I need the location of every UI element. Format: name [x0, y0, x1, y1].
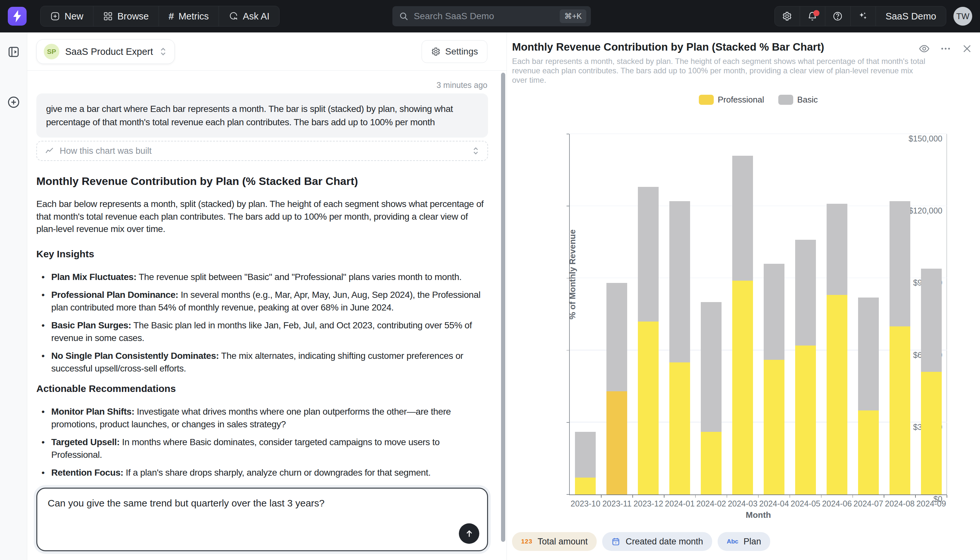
ask-ai-button[interactable]: Ask AI — [219, 6, 279, 26]
bar-segment-basic-2024-07[interactable] — [858, 298, 879, 410]
assistant-response: Monthly Revenue Contribution by Plan (% … — [37, 174, 488, 512]
bar-segment-basic-2024-03[interactable] — [732, 156, 753, 281]
x-axis-tick — [632, 495, 633, 498]
bar-segment-professional-2023-10[interactable] — [575, 478, 596, 495]
x-tick-label: 2024-09 — [917, 499, 946, 508]
insights-list: Plan Mix Fluctuates: The revenue split b… — [37, 271, 488, 375]
send-button[interactable] — [459, 523, 479, 544]
arrow-up-icon — [464, 528, 474, 539]
primary-nav: New Browse # Metrics Ask AI — [40, 6, 279, 27]
bar-segment-professional-2023-12[interactable] — [638, 322, 659, 495]
x-tick-label: 2024-03 — [728, 499, 757, 508]
tag-label: Total amount — [538, 537, 588, 547]
x-axis-tick — [915, 495, 916, 498]
x-tick-label: 2023-12 — [633, 499, 663, 508]
chart-plot: % of Monthly Revenue $0$30,000$60,000$90… — [570, 134, 947, 495]
help-button[interactable] — [826, 7, 850, 26]
field-tags: 123 Total amount Created date month Abc … — [512, 532, 770, 551]
chat-input[interactable]: Can you give the same trend but quarterl… — [37, 488, 488, 551]
new-button[interactable]: New — [40, 6, 93, 26]
more-options-button[interactable] — [940, 43, 952, 55]
close-panel-button[interactable] — [961, 43, 973, 55]
ai-sparkles-button[interactable] — [850, 7, 876, 26]
bar-segment-basic-2023-10[interactable] — [575, 432, 596, 478]
workspace-button[interactable]: SaaS Demo — [876, 7, 946, 26]
bullet-item: Targeted Upsell: In months where Basic d… — [37, 436, 488, 461]
lightning-bolt-icon — [12, 10, 22, 22]
help-circle-icon — [832, 11, 843, 22]
close-icon — [962, 43, 973, 54]
preview-eye-button[interactable] — [919, 43, 930, 55]
bar-segment-professional-2024-01[interactable] — [669, 362, 690, 495]
how-chart-built-toggle[interactable]: How this chart was built — [37, 141, 488, 161]
app-logo[interactable] — [8, 7, 27, 26]
bar-segment-professional-2024-06[interactable] — [827, 295, 847, 495]
plus-square-icon — [50, 12, 60, 21]
settings-nav-button[interactable] — [775, 7, 800, 26]
global-search-input[interactable]: Search SaaS Demo ⌘+K — [392, 6, 591, 26]
legend-item-basic[interactable]: Basic — [778, 95, 818, 105]
response-intro: Each bar below represents a month, split… — [37, 198, 488, 235]
123-number-icon: 123 — [521, 538, 533, 545]
chart-title: Monthly Revenue Contribution by Plan (St… — [512, 41, 824, 53]
settings-label: Settings — [445, 47, 478, 57]
metrics-button-label: Metrics — [178, 11, 209, 22]
tag-plan[interactable]: Abc Plan — [718, 532, 770, 551]
gear-icon — [782, 11, 792, 22]
x-axis-tick — [790, 495, 790, 498]
tag-label: Plan — [744, 537, 761, 547]
agent-selector[interactable]: SP SaaS Product Expert — [37, 39, 175, 64]
bullet-lead: No Single Plan Consistently Dominates: — [51, 351, 219, 361]
new-thread-button[interactable] — [0, 92, 27, 112]
search-placeholder: Search SaaS Demo — [414, 11, 560, 22]
x-tick-label: 2024-04 — [759, 499, 789, 508]
bullet-item: Plan Mix Fluctuates: The revenue split b… — [37, 271, 488, 283]
legend-item-professional[interactable]: Professional — [699, 95, 764, 105]
y-axis-tick — [566, 350, 569, 351]
chart-viewer-panel: Monthly Revenue Contribution by Plan (St… — [507, 32, 980, 560]
chat-scrollbar[interactable] — [501, 73, 505, 542]
x-axis-tick — [727, 495, 728, 498]
bar-segment-basic-2024-04[interactable] — [764, 264, 784, 360]
ask-ai-button-label: Ask AI — [243, 11, 269, 22]
abc-text-icon: Abc — [727, 538, 738, 545]
bar-segment-professional-2024-03[interactable] — [732, 281, 753, 495]
bar-segment-basic-2024-06[interactable] — [827, 204, 847, 295]
notifications-button[interactable] — [800, 7, 826, 26]
y-tick-label: $120,000 — [909, 206, 942, 215]
bullet-item: Retention Focus: If a plan's share drops… — [37, 466, 488, 479]
bar-segment-basic-2024-09[interactable] — [921, 268, 942, 372]
bar-segment-basic-2024-05[interactable] — [795, 240, 816, 345]
user-avatar[interactable]: TW — [953, 7, 972, 26]
bar-segment-professional-2024-08[interactable] — [890, 327, 910, 495]
browse-button[interactable]: Browse — [93, 6, 159, 26]
metrics-button[interactable]: # Metrics — [159, 6, 219, 26]
bar-segment-professional-2024-05[interactable] — [795, 345, 816, 495]
bar-segment-basic-2024-02[interactable] — [701, 302, 721, 432]
tag-label: Created date month — [626, 537, 703, 547]
bar-segment-basic-2023-11[interactable] — [606, 283, 627, 391]
x-axis-tick — [695, 495, 696, 498]
bar-segment-professional-2024-02[interactable] — [701, 432, 721, 495]
tag-created-date-month[interactable]: Created date month — [602, 532, 712, 551]
tag-total-amount[interactable]: 123 Total amount — [512, 532, 597, 551]
bullet-lead: Targeted Upsell: — [51, 437, 120, 447]
y-axis-tick — [566, 134, 569, 134]
bar-segment-basic-2023-12[interactable] — [638, 187, 659, 322]
bar-segment-professional-2024-07[interactable] — [858, 410, 879, 495]
x-axis-tick — [821, 495, 822, 498]
toggle-sidebar-button[interactable] — [0, 42, 27, 62]
bullet-item: Basic Plan Surges: The Basic plan led in… — [37, 319, 488, 344]
trend-chart-icon — [45, 146, 55, 156]
bar-segment-basic-2024-01[interactable] — [669, 201, 690, 362]
plot-right-border — [947, 134, 947, 495]
bar-segment-professional-2023-11[interactable] — [606, 391, 627, 495]
bullet-item: No Single Plan Consistently Dominates: T… — [37, 350, 488, 375]
bar-segment-professional-2024-04[interactable] — [764, 360, 784, 495]
bar-segment-basic-2024-08[interactable] — [890, 201, 910, 326]
calendar-icon — [611, 537, 620, 546]
bar-segment-professional-2024-09[interactable] — [921, 372, 942, 495]
agent-settings-button[interactable]: Settings — [422, 40, 487, 63]
y-axis-tick — [566, 206, 569, 207]
chart-panel-actions — [919, 43, 973, 55]
